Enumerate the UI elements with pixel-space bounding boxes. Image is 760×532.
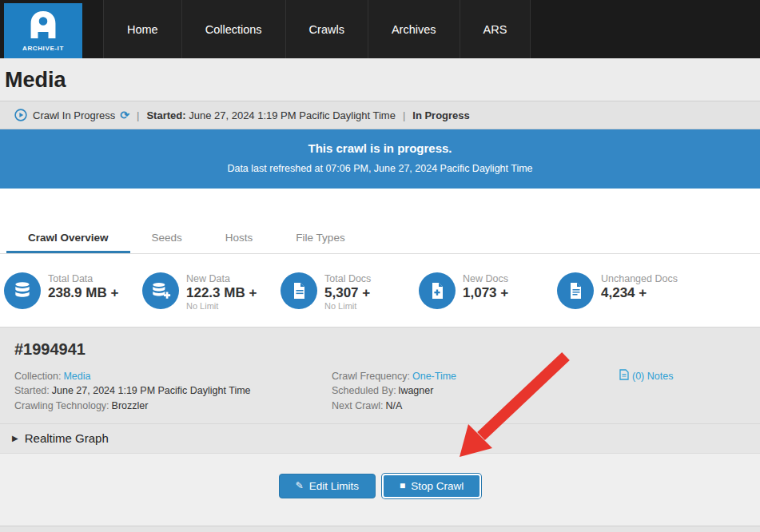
tab-crawl-overview[interactable]: Crawl Overview <box>6 224 130 253</box>
crawl-status-bar: Crawl In Progress ⟳ | Started: June 27, … <box>0 101 760 129</box>
details-column-middle: Crawl Frequency:One-Time Scheduled By:lw… <box>332 369 619 412</box>
archive-it-logo[interactable]: ARCHIVE-IT <box>4 3 82 58</box>
document-stack-icon <box>281 272 317 309</box>
details-column-right: (0) Notes <box>619 369 746 412</box>
stat-note: No Limit <box>324 301 371 311</box>
document-plus-icon <box>419 272 456 309</box>
refresh-icon[interactable]: ⟳ <box>120 109 129 121</box>
tab-bar: Crawl Overview Seeds Hosts File Types <box>0 224 760 254</box>
notes-icon <box>619 369 629 384</box>
stop-icon: ■ <box>400 480 405 491</box>
page-title: Media <box>5 68 760 93</box>
crawl-progress-banner: This crawl is in progress. Data last ref… <box>0 129 760 189</box>
stat-total-docs: Total Docs 5,307 + No Limit <box>281 272 419 311</box>
stat-label: Unchanged Docs <box>601 273 678 284</box>
frequency-row: Crawl Frequency:One-Time <box>332 369 619 383</box>
main-nav: Home Collections Crawls Archives ARS <box>103 0 531 58</box>
database-plus-icon <box>142 272 179 309</box>
realtime-graph-label: Realtime Graph <box>25 431 109 445</box>
footer-strip <box>0 526 760 532</box>
stat-value: 5,307 + <box>324 284 371 301</box>
technology-row: Crawling Technology:Brozzler <box>14 399 332 413</box>
main-content: Crawl Overview Seeds Hosts File Types To… <box>0 189 760 532</box>
stat-label: Total Data <box>48 273 118 284</box>
stat-note: No Limit <box>186 301 257 311</box>
progress-status: In Progress <box>412 109 470 121</box>
separator: | <box>137 109 139 121</box>
details-column-left: Collection:Media Started:June 27, 2024 1… <box>14 369 332 412</box>
crawl-stats-row: Total Data 238.9 MB + New Data 122.3 MB … <box>0 254 760 327</box>
collection-link[interactable]: Media <box>63 371 90 382</box>
stop-crawl-label: Stop Crawl <box>411 480 464 492</box>
title-bar: Media <box>0 58 760 101</box>
started-value: June 27, 2024 1:19 PM Pacific Daylight T… <box>189 109 396 121</box>
separator: | <box>403 109 405 121</box>
stat-value: 1,073 + <box>463 284 508 301</box>
document-icon <box>557 272 594 309</box>
crawl-id: #1994941 <box>14 340 746 359</box>
stat-new-data: New Data 122.3 MB + No Limit <box>142 272 281 311</box>
banner-refresh-time: Data last refreshed at 07:06 PM, June 27… <box>0 163 760 174</box>
caret-right-icon: ▶ <box>12 434 18 443</box>
next-crawl-row: Next Crawl:N/A <box>332 399 619 413</box>
stat-label: New Docs <box>463 273 508 284</box>
tab-file-types[interactable]: File Types <box>274 224 366 253</box>
logo-brand-text: ARCHIVE-IT <box>22 45 64 52</box>
edit-limits-label: Edit Limits <box>309 480 359 492</box>
started-row: Started:June 27, 2024 1:19 PM Pacific Da… <box>14 383 332 398</box>
nav-item-home[interactable]: Home <box>103 0 181 58</box>
banner-title: This crawl is in progress. <box>0 141 760 155</box>
crawl-state-text: Crawl In Progress <box>33 109 115 121</box>
collection-row: Collection:Media <box>14 369 332 383</box>
stat-unchanged-docs: Unchanged Docs 4,234 + <box>557 272 695 311</box>
scheduled-by-row: Scheduled By:lwagner <box>332 383 619 398</box>
stat-new-docs: New Docs 1,073 + <box>419 272 557 311</box>
stat-total-data: Total Data 238.9 MB + <box>4 272 142 311</box>
realtime-graph-toggle[interactable]: ▶ Realtime Graph <box>0 423 760 453</box>
crawl-details-panel: #1994941 Collection:Media Started:June 2… <box>0 327 760 423</box>
nav-item-crawls[interactable]: Crawls <box>285 0 368 58</box>
stat-label: Total Docs <box>324 273 371 284</box>
tab-seeds[interactable]: Seeds <box>130 224 204 253</box>
stat-value: 4,234 + <box>601 284 678 301</box>
play-circle-icon <box>14 109 27 121</box>
edit-icon: ✎ <box>296 480 304 491</box>
top-navbar: ARCHIVE-IT Home Collections Crawls Archi… <box>0 0 760 58</box>
stop-crawl-button[interactable]: ■ Stop Crawl <box>382 474 481 498</box>
started-label: Started: <box>146 109 185 121</box>
nav-item-collections[interactable]: Collections <box>181 0 285 58</box>
stat-label: New Data <box>186 273 257 284</box>
frequency-link[interactable]: One-Time <box>412 371 456 382</box>
nav-item-ars[interactable]: ARS <box>460 0 531 58</box>
nav-item-archives[interactable]: Archives <box>368 0 460 58</box>
edit-limits-button[interactable]: ✎ Edit Limits <box>279 474 376 498</box>
crawl-actions: ✎ Edit Limits ■ Stop Crawl <box>0 453 760 526</box>
tab-hosts[interactable]: Hosts <box>204 224 275 253</box>
archive-it-arch-icon <box>22 10 64 42</box>
notes-link[interactable]: (0) Notes <box>632 369 673 383</box>
database-icon <box>4 272 41 309</box>
stat-value: 122.3 MB + <box>186 284 257 301</box>
stat-value: 238.9 MB + <box>48 284 118 301</box>
